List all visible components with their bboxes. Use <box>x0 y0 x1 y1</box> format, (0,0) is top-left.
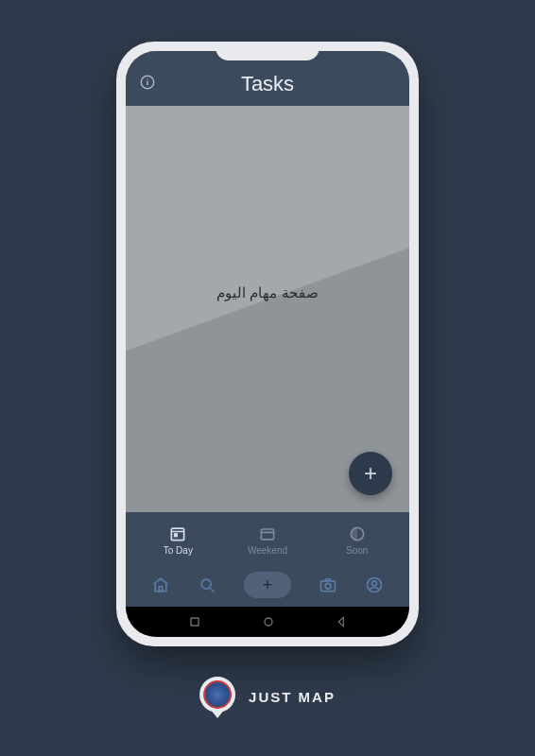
info-icon[interactable] <box>139 74 156 91</box>
search-icon[interactable] <box>198 576 216 594</box>
app-logo <box>199 677 235 716</box>
recent-apps-button[interactable] <box>187 614 202 629</box>
back-button[interactable] <box>335 615 348 628</box>
empty-state-text: صفحة مهام اليوم <box>216 284 318 301</box>
svg-rect-9 <box>159 587 162 592</box>
svg-rect-12 <box>321 581 336 592</box>
svg-point-10 <box>201 579 211 589</box>
tab-today[interactable]: To Day <box>133 524 223 556</box>
phone-notch <box>216 42 319 60</box>
svg-rect-5 <box>175 534 178 537</box>
svg-point-13 <box>325 583 331 589</box>
moon-icon <box>348 524 367 543</box>
svg-line-11 <box>210 588 214 592</box>
svg-rect-6 <box>261 529 273 540</box>
tab-label: Weekend <box>248 545 287 556</box>
svg-point-2 <box>147 78 147 79</box>
calendar-icon <box>168 524 187 543</box>
svg-rect-16 <box>191 618 198 626</box>
app-screen: Tasks صفحة مهام اليوم + To Day <box>126 51 409 637</box>
brand-name: JUST MAP <box>249 689 336 705</box>
svg-point-17 <box>265 618 272 626</box>
footer-branding: JUST MAP <box>199 677 336 716</box>
content-area: صفحة مهام اليوم + <box>126 106 409 512</box>
home-icon[interactable] <box>151 576 170 594</box>
camera-icon[interactable] <box>319 576 337 594</box>
add-button[interactable]: + <box>244 572 291 598</box>
page-title: Tasks <box>241 72 294 96</box>
tabs-bar: To Day Weekend Soon <box>126 512 409 563</box>
tab-weekend[interactable]: Weekend <box>223 524 313 556</box>
plus-icon: + <box>364 460 377 487</box>
tab-soon[interactable]: Soon <box>312 524 402 556</box>
tab-label: Soon <box>346 545 368 556</box>
phone-mockup: Tasks صفحة مهام اليوم + To Day <box>116 42 419 646</box>
calendar-range-icon <box>258 524 277 543</box>
tab-label: To Day <box>164 545 193 556</box>
profile-icon[interactable] <box>365 576 384 594</box>
home-button[interactable] <box>261 614 276 629</box>
android-system-nav <box>126 607 409 637</box>
plus-icon: + <box>263 576 273 595</box>
svg-point-15 <box>372 581 377 586</box>
add-task-fab[interactable]: + <box>349 452 392 495</box>
bottom-nav: + <box>126 563 409 607</box>
